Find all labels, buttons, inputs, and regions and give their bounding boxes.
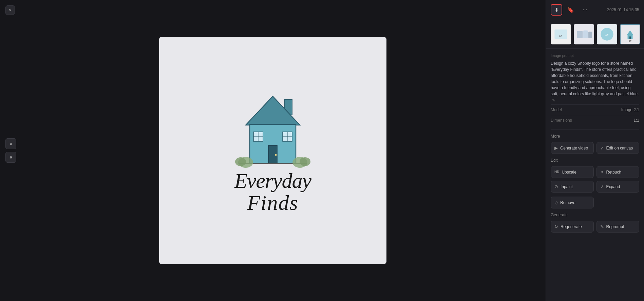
- generate-actions-grid: ↻ Regenerate ✎ Reprompt: [551, 221, 639, 233]
- generate-video-icon: ▶: [554, 145, 558, 150]
- expand-button[interactable]: ⤢ Expand: [596, 181, 640, 193]
- chevron-up-icon: ∧: [10, 141, 13, 146]
- nav-down-button[interactable]: ∨: [5, 152, 16, 163]
- download-icon: ⬇: [554, 7, 559, 13]
- bookmark-icon: 🔖: [567, 7, 574, 13]
- svg-point-16: [300, 157, 310, 166]
- svg-point-14: [235, 157, 246, 166]
- main-image-container: Everyday Finds: [159, 37, 386, 264]
- edit-actions-grid: HD Upscale ✦ Retouch ⊙ Inpaint ⤢ Expand: [551, 166, 639, 193]
- upscale-button[interactable]: HD Upscale: [551, 166, 594, 178]
- reprompt-icon: ✎: [600, 224, 604, 229]
- more-options-button[interactable]: ···: [579, 4, 591, 16]
- panel-toolbar: ⬇ 🔖 ··· 2025-01-14 15:35: [546, 0, 644, 20]
- svg-text:EF: EF: [629, 40, 631, 42]
- svg-text:EF: EF: [559, 34, 563, 37]
- prompt-text: Design a cozy Shopify logo for a store n…: [551, 60, 639, 103]
- main-image-area: × ∧ ∨: [0, 0, 546, 301]
- thumbnail-strip: EF EF EF: [546, 20, 644, 49]
- edit-on-canvas-label: Edit on canvas: [606, 146, 633, 150]
- navigation-arrows: ∧ ∨: [5, 138, 16, 163]
- inpaint-label: Inpaint: [561, 184, 573, 189]
- svg-rect-32: [629, 37, 631, 39]
- remove-button[interactable]: ◇ Remove: [551, 197, 594, 208]
- upscale-label: Upscale: [562, 170, 576, 175]
- reprompt-label: Reprompt: [606, 224, 624, 229]
- remove-label: Remove: [560, 200, 575, 205]
- regenerate-label: Regenerate: [561, 224, 582, 229]
- svg-rect-24: [583, 31, 588, 38]
- svg-rect-25: [588, 32, 592, 38]
- divider-1: [551, 129, 639, 130]
- retouch-icon: ✦: [600, 169, 604, 175]
- svg-point-5: [275, 154, 277, 156]
- remove-icon: ◇: [554, 200, 558, 205]
- edit-canvas-icon: ⤢: [600, 145, 604, 150]
- inpaint-button[interactable]: ⊙ Inpaint: [551, 181, 594, 193]
- right-panel: ⬇ 🔖 ··· 2025-01-14 15:35 EF EF E: [546, 0, 644, 301]
- edit-prompt-icon[interactable]: ✎: [552, 98, 555, 103]
- thumbnail-4[interactable]: EF: [620, 24, 640, 44]
- panel-content: Image prompt Design a cozy Shopify logo …: [546, 49, 644, 301]
- generate-section-title: Generate: [551, 213, 639, 217]
- more-actions-grid: ▶ Generate video ⤢ Edit on canvas: [551, 142, 639, 154]
- dimensions-row: Dimensions 1:1: [551, 115, 639, 125]
- edit-section-title: Edit: [551, 158, 639, 163]
- generate-video-label: Generate video: [560, 146, 588, 150]
- thumbnail-3[interactable]: EF: [597, 24, 617, 44]
- timestamp: 2025-01-14 15:35: [593, 7, 639, 12]
- model-row: Model Image 2.1: [551, 104, 639, 115]
- generate-video-button[interactable]: ▶ Generate video: [551, 142, 594, 154]
- more-icon: ···: [583, 7, 587, 13]
- nav-up-button[interactable]: ∧: [5, 138, 16, 149]
- regenerate-icon: ↻: [554, 224, 558, 229]
- more-section-title: More: [551, 134, 639, 139]
- upscale-icon: HD: [554, 170, 559, 174]
- close-icon: ×: [9, 7, 12, 13]
- thumbnail-2[interactable]: [574, 24, 594, 44]
- model-label: Model: [551, 107, 562, 112]
- expand-label: Expand: [606, 184, 620, 189]
- bookmark-button[interactable]: 🔖: [565, 4, 576, 16]
- image-prompt-label: Image prompt: [551, 54, 639, 58]
- svg-text:Finds: Finds: [247, 191, 298, 214]
- inpaint-icon: ⊙: [554, 184, 558, 189]
- thumbnail-1[interactable]: EF: [551, 24, 571, 44]
- dimensions-value: 1:1: [633, 118, 639, 123]
- logo-image: Everyday Finds: [159, 37, 386, 264]
- svg-rect-23: [577, 31, 583, 38]
- model-value: Image 2.1: [621, 107, 639, 112]
- download-button[interactable]: ⬇: [551, 4, 562, 16]
- svg-text:Everyday: Everyday: [234, 169, 312, 192]
- chevron-down-icon: ∨: [10, 155, 13, 160]
- edit-on-canvas-button[interactable]: ⤢ Edit on canvas: [596, 142, 640, 154]
- reprompt-button[interactable]: ✎ Reprompt: [596, 221, 640, 233]
- retouch-button[interactable]: ✦ Retouch: [596, 166, 640, 178]
- svg-text:EF: EF: [605, 33, 609, 36]
- regenerate-button[interactable]: ↻ Regenerate: [551, 221, 594, 233]
- retouch-label: Retouch: [606, 170, 622, 175]
- dimensions-label: Dimensions: [551, 118, 572, 123]
- close-button[interactable]: ×: [5, 5, 15, 15]
- expand-icon: ⤢: [600, 184, 604, 189]
